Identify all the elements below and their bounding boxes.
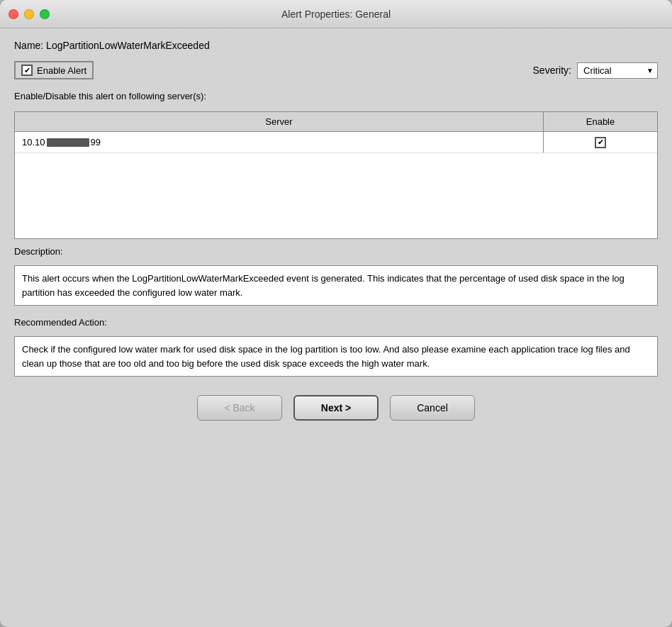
enable-alert-button[interactable]: ✔ Enable Alert xyxy=(14,61,94,79)
table-header: Server Enable xyxy=(15,112,657,132)
description-text: This alert occurs when the LogPartitionL… xyxy=(14,265,658,306)
recommended-action-label: Recommended Action: xyxy=(14,317,658,328)
main-window: Alert Properties: General Name: LogParti… xyxy=(0,0,672,627)
maximize-button[interactable] xyxy=(40,9,50,19)
next-button[interactable]: Next > xyxy=(293,395,379,421)
severity-select[interactable]: Critical Warning Informational xyxy=(577,62,658,79)
table-empty-space xyxy=(15,153,657,238)
server-enable-checkbox[interactable]: ✔ xyxy=(595,137,606,148)
description-label: Description: xyxy=(14,246,658,257)
col-enable-header: Enable xyxy=(544,112,657,131)
window-controls xyxy=(9,9,50,19)
close-button[interactable] xyxy=(9,9,18,19)
server-cell: 10.1099 xyxy=(15,132,544,152)
alert-name: Name: LogPartitionLowWaterMarkExceeded xyxy=(14,40,658,51)
controls-row: ✔ Enable Alert Severity: Critical Warnin… xyxy=(14,61,658,79)
table-row: 10.1099 ✔ xyxy=(15,132,657,153)
col-server-header: Server xyxy=(15,112,544,131)
button-row: < Back Next > Cancel xyxy=(14,384,658,435)
severity-group: Severity: Critical Warning Informational xyxy=(533,62,658,79)
title-bar: Alert Properties: General xyxy=(0,0,672,28)
ip-redacted xyxy=(47,138,89,147)
cancel-button[interactable]: Cancel xyxy=(390,395,475,421)
minimize-button[interactable] xyxy=(24,9,34,19)
severity-wrapper: Critical Warning Informational xyxy=(577,62,658,79)
content-area: Name: LogPartitionLowWaterMarkExceeded ✔… xyxy=(0,28,672,627)
recommended-action-text: Check if the configured low water mark f… xyxy=(14,336,658,377)
back-button[interactable]: < Back xyxy=(197,395,282,421)
enable-alert-label: Enable Alert xyxy=(37,65,86,76)
enable-cell[interactable]: ✔ xyxy=(544,132,657,152)
window-title: Alert Properties: General xyxy=(281,9,391,20)
servers-label: Enable/Disable this alert on following s… xyxy=(14,91,658,101)
enable-alert-checkbox[interactable]: ✔ xyxy=(21,65,33,76)
severity-label: Severity: xyxy=(533,65,571,76)
servers-table: Server Enable 10.1099 ✔ xyxy=(14,111,658,239)
